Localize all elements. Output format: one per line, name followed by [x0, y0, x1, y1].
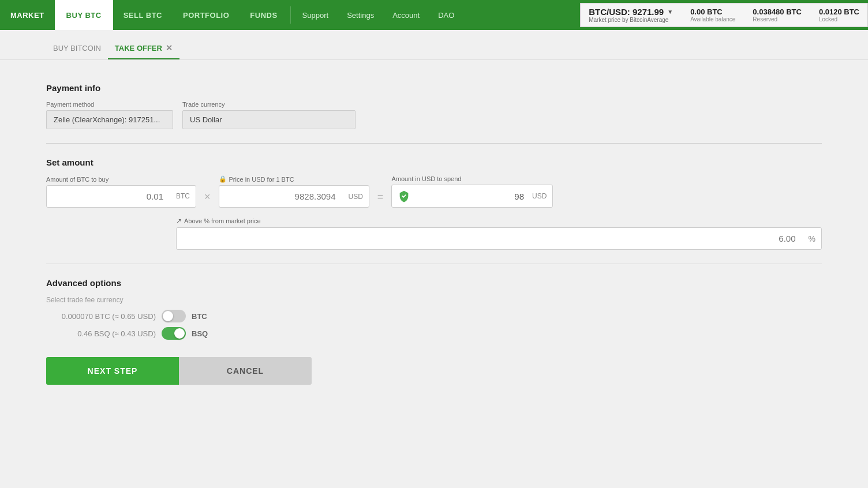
- payment-method-label: Payment method: [46, 101, 173, 108]
- btc-amount-group: Amount of BTC to buy BTC: [46, 176, 196, 208]
- bsq-fee-row: 0.46 BSQ (≈ 0.43 USD) BSQ: [46, 327, 822, 340]
- amount-row: Amount of BTC to buy BTC × 🔒 Price in US…: [46, 175, 822, 208]
- nav-item-funds[interactable]: FUNDS: [240, 0, 287, 30]
- multiply-sign: ×: [202, 191, 213, 203]
- advanced-options-title: Advanced options: [46, 278, 822, 288]
- trend-icon: ↗: [176, 217, 182, 225]
- nav-item-buy-btc[interactable]: BUY BTC: [55, 0, 113, 30]
- nav-item-sell-btc[interactable]: SELL BTC: [113, 0, 173, 30]
- bsq-toggle[interactable]: [162, 327, 186, 340]
- payment-row: Payment method Zelle (ClearXchange): 917…: [46, 101, 822, 129]
- trade-currency-group: Trade currency US Dollar: [182, 101, 356, 129]
- available-balance-label: Available balance: [690, 16, 735, 22]
- main-content: BUY BITCOIN TAKE OFFER ✕ Payment info Pa…: [0, 30, 868, 488]
- market-price-value: BTC/USD: 9271.99 ▼: [589, 7, 673, 17]
- set-amount-section: Set amount Amount of BTC to buy BTC × 🔒: [46, 157, 822, 250]
- price-input[interactable]: [219, 186, 343, 207]
- advanced-options-section: Advanced options Select trade fee curren…: [46, 278, 822, 340]
- market-price-block: BTC/USD: 9271.99 ▼ Market price by Bitco…: [589, 7, 673, 23]
- pct-sign: %: [803, 234, 821, 243]
- nav-item-portfolio[interactable]: PORTFOLIO: [173, 0, 240, 30]
- payment-method-value: Zelle (ClearXchange): 917251...: [46, 110, 173, 129]
- btc-amount-input-box: BTC: [46, 185, 196, 208]
- section-divider-1: [46, 143, 822, 144]
- pct-input[interactable]: [177, 228, 803, 249]
- bsq-fee-currency: BSQ: [192, 329, 208, 338]
- btc-toggle[interactable]: [162, 310, 186, 322]
- tab-take-offer[interactable]: TAKE OFFER ✕: [108, 30, 179, 59]
- nav-item-market[interactable]: MARKET: [0, 0, 55, 30]
- btc-fee-amount: 0.000070 BTC (≈ 0.65 USD): [46, 312, 156, 321]
- bsq-toggle-track: [162, 327, 186, 340]
- pct-label: ↗ Above % from market price: [176, 217, 822, 225]
- top-nav: MARKET BUY BTC SELL BTC PORTFOLIO FUNDS …: [0, 0, 868, 30]
- btc-amount-input[interactable]: [47, 186, 170, 207]
- market-info-panel: BTC/USD: 9271.99 ▼ Market price by Bitco…: [580, 3, 868, 27]
- reserved-balance-label: Reserved: [753, 16, 802, 22]
- select-fee-label: Select trade fee currency: [46, 296, 822, 304]
- tab-buy-bitcoin[interactable]: BUY BITCOIN: [46, 30, 108, 59]
- btc-toggle-track: [162, 310, 186, 322]
- payment-method-group: Payment method Zelle (ClearXchange): 917…: [46, 101, 173, 129]
- set-amount-title: Set amount: [46, 157, 822, 167]
- nav-items: MARKET BUY BTC SELL BTC PORTFOLIO FUNDS …: [0, 0, 580, 30]
- payment-info-section: Payment info Payment method Zelle (Clear…: [46, 83, 822, 129]
- price-label: 🔒 Price in USD for 1 BTC: [219, 175, 369, 183]
- lock-icon: 🔒: [219, 175, 227, 183]
- market-price-label: Market price by BitcoinAverage: [589, 17, 673, 23]
- available-balance-value: 0.00 BTC: [690, 7, 735, 16]
- result-value: 98: [416, 192, 526, 201]
- btc-fee-row: 0.000070 BTC (≈ 0.65 USD) BTC: [46, 310, 822, 322]
- price-group: 🔒 Price in USD for 1 BTC USD: [219, 175, 369, 208]
- nav-item-settings[interactable]: Settings: [338, 0, 383, 30]
- btc-toggle-thumb: [163, 311, 173, 321]
- reserved-balance-value: 0.038480 BTC: [753, 7, 802, 16]
- price-input-box: USD: [219, 185, 369, 208]
- price-currency: USD: [343, 193, 369, 201]
- result-label: Amount in USD to spend: [391, 175, 553, 182]
- locked-balance-label: Locked: [819, 16, 859, 22]
- section-divider-2: [46, 264, 822, 264]
- nav-item-dao[interactable]: DAO: [429, 0, 463, 30]
- result-currency: USD: [526, 192, 552, 200]
- available-balance-block: 0.00 BTC Available balance: [690, 7, 735, 22]
- nav-item-account[interactable]: Account: [383, 0, 429, 30]
- btc-amount-label: Amount of BTC to buy: [46, 176, 196, 183]
- locked-balance-value: 0.0120 BTC: [819, 7, 859, 16]
- locked-balance-block: 0.0120 BTC Locked: [819, 7, 859, 22]
- btc-fee-currency: BTC: [192, 312, 207, 321]
- trade-currency-value: US Dollar: [182, 110, 356, 129]
- bsq-toggle-thumb: [174, 328, 185, 339]
- nav-separator: [290, 6, 291, 24]
- shield-check-icon: [398, 190, 410, 202]
- result-box: 98 USD: [391, 185, 553, 208]
- tab-bar: BUY BITCOIN TAKE OFFER ✕: [0, 30, 868, 60]
- payment-info-title: Payment info: [46, 83, 822, 93]
- pct-group: ↗ Above % from market price %: [176, 217, 822, 250]
- reserved-balance-block: 0.038480 BTC Reserved: [753, 7, 802, 22]
- trade-currency-label: Trade currency: [182, 101, 356, 108]
- result-group: Amount in USD to spend 98 USD: [391, 175, 553, 208]
- pct-input-box: %: [176, 227, 822, 250]
- next-step-button[interactable]: NEXT STEP: [46, 357, 179, 385]
- cancel-button[interactable]: CANCEL: [179, 357, 312, 385]
- btc-currency: BTC: [170, 192, 196, 200]
- price-dropdown-icon[interactable]: ▼: [667, 9, 673, 15]
- bsq-fee-amount: 0.46 BSQ (≈ 0.43 USD): [46, 329, 156, 338]
- page-body: Payment info Payment method Zelle (Clear…: [0, 60, 868, 408]
- nav-item-support[interactable]: Support: [293, 0, 338, 30]
- tab-close-icon[interactable]: ✕: [166, 43, 173, 52]
- pct-row-wrapper: ↗ Above % from market price %: [170, 217, 822, 250]
- shield-icon-wrap: [392, 185, 416, 207]
- button-row: NEXT STEP CANCEL: [46, 357, 822, 385]
- equals-sign: =: [375, 191, 386, 203]
